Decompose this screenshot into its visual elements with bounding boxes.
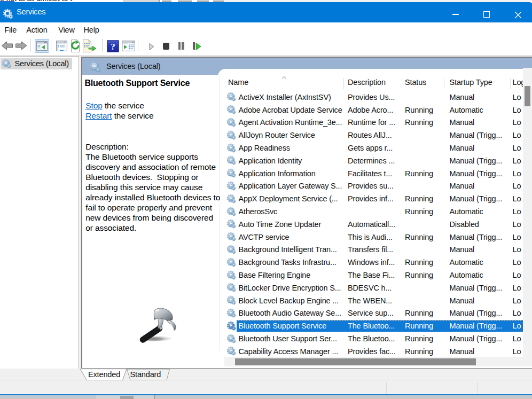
svg-text:?: ? — [111, 42, 115, 52]
